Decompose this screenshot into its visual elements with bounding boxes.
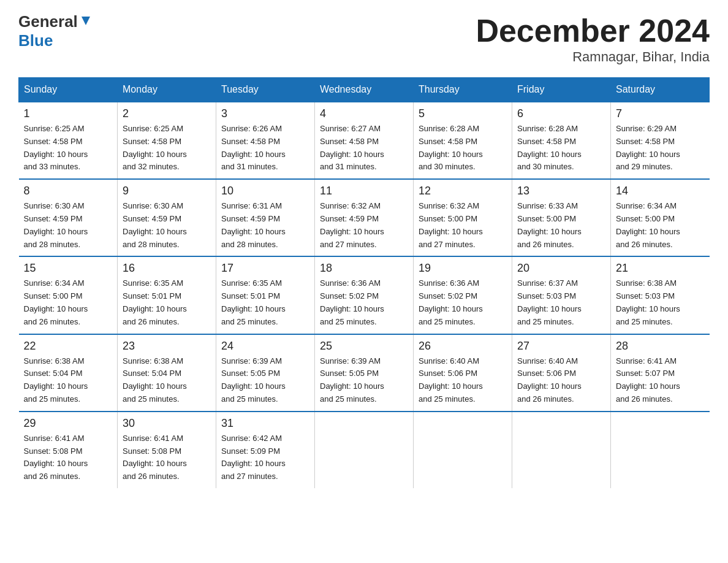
calendar-cell: 14Sunrise: 6:34 AMSunset: 5:00 PMDayligh… [611, 179, 710, 256]
calendar-cell: 11Sunrise: 6:32 AMSunset: 4:59 PMDayligh… [315, 179, 414, 256]
calendar-cell: 28Sunrise: 6:41 AMSunset: 5:07 PMDayligh… [611, 334, 710, 412]
day-info: Sunrise: 6:42 AMSunset: 5:09 PMDaylight:… [221, 432, 309, 483]
day-number: 21 [616, 262, 705, 275]
calendar-cell: 4Sunrise: 6:27 AMSunset: 4:58 PMDaylight… [315, 102, 414, 179]
week-row-5: 29Sunrise: 6:41 AMSunset: 5:08 PMDayligh… [19, 412, 710, 488]
calendar-cell: 27Sunrise: 6:40 AMSunset: 5:06 PMDayligh… [512, 334, 611, 412]
day-number: 13 [517, 185, 605, 197]
day-info: Sunrise: 6:41 AMSunset: 5:08 PMDaylight:… [24, 432, 113, 483]
calendar-cell: 1Sunrise: 6:25 AMSunset: 4:58 PMDaylight… [19, 102, 118, 179]
day-info: Sunrise: 6:39 AMSunset: 5:05 PMDaylight:… [320, 355, 408, 406]
calendar-cell: 5Sunrise: 6:28 AMSunset: 4:58 PMDaylight… [414, 102, 512, 179]
day-info: Sunrise: 6:40 AMSunset: 5:06 PMDaylight:… [419, 355, 507, 406]
svg-marker-0 [82, 17, 90, 25]
calendar-cell: 7Sunrise: 6:29 AMSunset: 4:58 PMDaylight… [611, 102, 710, 179]
day-info: Sunrise: 6:30 AMSunset: 4:59 PMDaylight:… [24, 200, 113, 251]
calendar-header: SundayMondayTuesdayWednesdayThursdayFrid… [19, 78, 710, 102]
day-info: Sunrise: 6:28 AMSunset: 4:58 PMDaylight:… [517, 123, 605, 174]
day-number: 9 [123, 185, 211, 197]
title-block: December 2024 Ramnagar, Bihar, India [476, 12, 710, 65]
calendar-cell: 3Sunrise: 6:26 AMSunset: 4:58 PMDaylight… [216, 102, 315, 179]
calendar-cell [512, 412, 611, 488]
calendar-cell: 17Sunrise: 6:35 AMSunset: 5:01 PMDayligh… [216, 256, 315, 334]
day-info: Sunrise: 6:27 AMSunset: 4:58 PMDaylight:… [320, 123, 408, 174]
logo: General Blue [18, 12, 93, 50]
calendar-cell: 22Sunrise: 6:38 AMSunset: 5:04 PMDayligh… [19, 334, 118, 412]
header-day-saturday: Saturday [611, 78, 710, 102]
day-number: 11 [320, 185, 408, 197]
day-number: 22 [24, 340, 113, 353]
calendar-table: SundayMondayTuesdayWednesdayThursdayFrid… [18, 77, 710, 488]
day-number: 8 [24, 185, 113, 197]
day-info: Sunrise: 6:35 AMSunset: 5:01 PMDaylight:… [221, 277, 309, 328]
day-info: Sunrise: 6:32 AMSunset: 4:59 PMDaylight:… [320, 200, 408, 251]
week-row-1: 1Sunrise: 6:25 AMSunset: 4:58 PMDaylight… [19, 102, 710, 179]
day-info: Sunrise: 6:32 AMSunset: 5:00 PMDaylight:… [419, 200, 507, 251]
calendar-cell [611, 412, 710, 488]
header-day-friday: Friday [512, 78, 611, 102]
page-header: General Blue December 2024 Ramnagar, Bih… [18, 12, 710, 65]
day-info: Sunrise: 6:34 AMSunset: 5:00 PMDaylight:… [616, 200, 705, 251]
day-number: 23 [123, 340, 211, 353]
day-info: Sunrise: 6:25 AMSunset: 4:58 PMDaylight:… [123, 123, 211, 174]
day-info: Sunrise: 6:38 AMSunset: 5:04 PMDaylight:… [123, 355, 211, 406]
calendar-cell: 13Sunrise: 6:33 AMSunset: 5:00 PMDayligh… [512, 179, 611, 256]
week-row-4: 22Sunrise: 6:38 AMSunset: 5:04 PMDayligh… [19, 334, 710, 412]
logo-arrow-icon [79, 14, 93, 28]
calendar-cell: 31Sunrise: 6:42 AMSunset: 5:09 PMDayligh… [216, 412, 315, 488]
calendar-cell: 29Sunrise: 6:41 AMSunset: 5:08 PMDayligh… [19, 412, 118, 488]
day-info: Sunrise: 6:41 AMSunset: 5:08 PMDaylight:… [123, 432, 211, 483]
logo-general-text: General [18, 12, 78, 31]
calendar-cell: 12Sunrise: 6:32 AMSunset: 5:00 PMDayligh… [414, 179, 512, 256]
day-number: 20 [517, 262, 605, 275]
calendar-cell: 21Sunrise: 6:38 AMSunset: 5:03 PMDayligh… [611, 256, 710, 334]
day-info: Sunrise: 6:36 AMSunset: 5:02 PMDaylight:… [320, 277, 408, 328]
day-info: Sunrise: 6:26 AMSunset: 4:58 PMDaylight:… [221, 123, 309, 174]
day-info: Sunrise: 6:34 AMSunset: 5:00 PMDaylight:… [24, 277, 113, 328]
calendar-cell: 30Sunrise: 6:41 AMSunset: 5:08 PMDayligh… [118, 412, 216, 488]
month-title: December 2024 [476, 12, 710, 49]
calendar-cell: 16Sunrise: 6:35 AMSunset: 5:01 PMDayligh… [118, 256, 216, 334]
header-row: SundayMondayTuesdayWednesdayThursdayFrid… [19, 78, 710, 102]
calendar-cell: 18Sunrise: 6:36 AMSunset: 5:02 PMDayligh… [315, 256, 414, 334]
day-info: Sunrise: 6:40 AMSunset: 5:06 PMDaylight:… [517, 355, 605, 406]
day-number: 28 [616, 340, 705, 353]
day-number: 3 [221, 107, 309, 120]
day-number: 12 [419, 185, 507, 197]
day-number: 1 [24, 107, 113, 120]
header-day-sunday: Sunday [19, 78, 118, 102]
calendar-cell: 10Sunrise: 6:31 AMSunset: 4:59 PMDayligh… [216, 179, 315, 256]
calendar-cell: 9Sunrise: 6:30 AMSunset: 4:59 PMDaylight… [118, 179, 216, 256]
week-row-3: 15Sunrise: 6:34 AMSunset: 5:00 PMDayligh… [19, 256, 710, 334]
day-number: 5 [419, 107, 507, 120]
calendar-cell: 2Sunrise: 6:25 AMSunset: 4:58 PMDaylight… [118, 102, 216, 179]
header-day-tuesday: Tuesday [216, 78, 315, 102]
day-info: Sunrise: 6:25 AMSunset: 4:58 PMDaylight:… [24, 123, 113, 174]
day-info: Sunrise: 6:29 AMSunset: 4:58 PMDaylight:… [616, 123, 705, 174]
day-info: Sunrise: 6:33 AMSunset: 5:00 PMDaylight:… [517, 200, 605, 251]
calendar-cell: 25Sunrise: 6:39 AMSunset: 5:05 PMDayligh… [315, 334, 414, 412]
calendar-cell: 23Sunrise: 6:38 AMSunset: 5:04 PMDayligh… [118, 334, 216, 412]
day-number: 4 [320, 107, 408, 120]
calendar-cell: 8Sunrise: 6:30 AMSunset: 4:59 PMDaylight… [19, 179, 118, 256]
calendar-cell: 24Sunrise: 6:39 AMSunset: 5:05 PMDayligh… [216, 334, 315, 412]
day-info: Sunrise: 6:35 AMSunset: 5:01 PMDaylight:… [123, 277, 211, 328]
day-number: 25 [320, 340, 408, 353]
day-info: Sunrise: 6:28 AMSunset: 4:58 PMDaylight:… [419, 123, 507, 174]
day-number: 24 [221, 340, 309, 353]
calendar-body: 1Sunrise: 6:25 AMSunset: 4:58 PMDaylight… [19, 102, 710, 488]
calendar-cell: 20Sunrise: 6:37 AMSunset: 5:03 PMDayligh… [512, 256, 611, 334]
location-text: Ramnagar, Bihar, India [476, 49, 710, 65]
calendar-cell: 19Sunrise: 6:36 AMSunset: 5:02 PMDayligh… [414, 256, 512, 334]
day-info: Sunrise: 6:38 AMSunset: 5:04 PMDaylight:… [24, 355, 113, 406]
logo-blue-text: Blue [18, 31, 53, 50]
day-number: 31 [221, 417, 309, 430]
day-number: 14 [616, 185, 705, 197]
day-number: 26 [419, 340, 507, 353]
day-number: 2 [123, 107, 211, 120]
calendar-cell [315, 412, 414, 488]
day-number: 7 [616, 107, 705, 120]
day-info: Sunrise: 6:41 AMSunset: 5:07 PMDaylight:… [616, 355, 705, 406]
day-info: Sunrise: 6:39 AMSunset: 5:05 PMDaylight:… [221, 355, 309, 406]
week-row-2: 8Sunrise: 6:30 AMSunset: 4:59 PMDaylight… [19, 179, 710, 256]
